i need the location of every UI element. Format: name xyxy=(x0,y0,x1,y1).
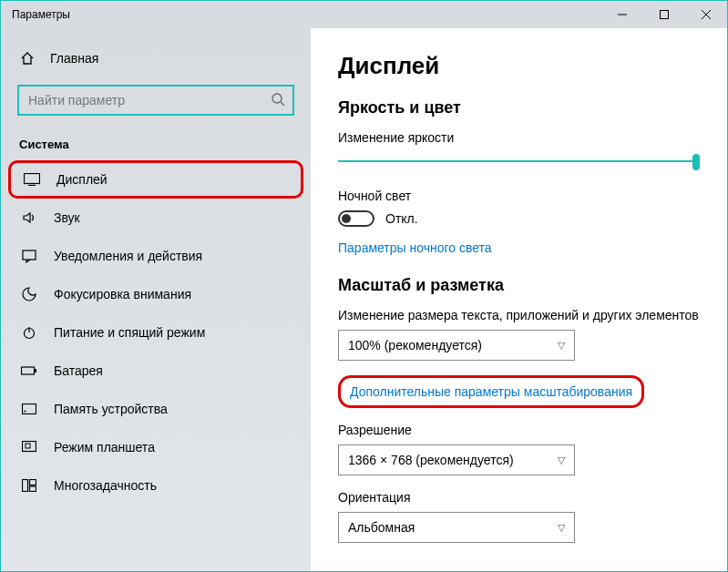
resolution-label: Разрешение xyxy=(338,423,700,437)
display-icon xyxy=(24,171,40,188)
tablet-icon xyxy=(21,439,37,455)
scale-select-value: 100% (рекомендуется) xyxy=(348,338,482,352)
scale-select[interactable]: 100% (рекомендуется) ▽ xyxy=(338,330,575,361)
night-light-toggle[interactable] xyxy=(338,210,374,227)
svg-rect-19 xyxy=(30,486,36,492)
svg-rect-12 xyxy=(35,369,36,373)
chevron-down-icon: ▽ xyxy=(558,340,565,352)
sidebar-item-battery[interactable]: Батарея xyxy=(1,352,311,390)
sidebar-item-label: Питание и спящий режим xyxy=(54,325,205,340)
resolution-select[interactable]: 1366 × 768 (рекомендуется) ▽ xyxy=(338,444,575,475)
power-icon xyxy=(21,324,37,341)
sound-icon xyxy=(21,209,37,226)
svg-rect-15 xyxy=(23,442,36,452)
chevron-down-icon: ▽ xyxy=(558,455,565,466)
advanced-scaling-link[interactable]: Дополнительные параметры масштабирования xyxy=(350,384,632,399)
sidebar-item-label: Память устройства xyxy=(54,402,168,416)
sidebar-item-label: Батарея xyxy=(54,363,103,378)
titlebar: Параметры xyxy=(1,1,727,28)
search-icon xyxy=(271,92,285,107)
app-title: Параметры xyxy=(1,8,70,21)
svg-point-14 xyxy=(25,411,26,413)
section-brightness-title: Яркость и цвет xyxy=(338,98,700,117)
search-input[interactable] xyxy=(17,85,294,116)
sidebar-home-label: Главная xyxy=(50,51,98,66)
focus-icon xyxy=(21,286,37,302)
sidebar-item-storage[interactable]: Память устройства xyxy=(1,390,311,428)
battery-icon xyxy=(21,363,37,379)
maximize-button[interactable] xyxy=(643,1,685,28)
orientation-label: Ориентация xyxy=(338,490,700,505)
brightness-label: Изменение яркости xyxy=(338,130,700,145)
night-light-settings-link[interactable]: Параметры ночного света xyxy=(338,240,492,255)
sidebar-item-label: Режим планшета xyxy=(54,440,155,455)
orientation-select-value: Альбомная xyxy=(348,520,415,535)
night-light-state: Откл. xyxy=(385,211,418,226)
svg-rect-8 xyxy=(23,250,36,260)
content-pane: Дисплей Яркость и цвет Изменение яркости… xyxy=(311,28,727,571)
brightness-slider[interactable] xyxy=(338,152,700,170)
sidebar-item-label: Фокусировка внимания xyxy=(54,287,191,301)
sidebar-item-label: Звук xyxy=(54,210,80,225)
svg-rect-16 xyxy=(26,444,30,448)
sidebar-item-focus[interactable]: Фокусировка внимания xyxy=(1,275,311,313)
sidebar-item-label: Многозадачность xyxy=(54,478,157,493)
sidebar-item-label: Уведомления и действия xyxy=(54,249,202,263)
sidebar-group-title: Система xyxy=(1,134,311,160)
sidebar-item-sound[interactable]: Звук xyxy=(1,199,311,237)
svg-rect-6 xyxy=(25,174,40,184)
svg-rect-17 xyxy=(23,480,28,492)
orientation-select[interactable]: Альбомная ▽ xyxy=(338,512,575,543)
home-icon xyxy=(19,50,36,66)
svg-line-5 xyxy=(281,102,284,106)
notifications-icon xyxy=(21,248,37,264)
page-title: Дисплей xyxy=(338,52,700,80)
slider-thumb[interactable] xyxy=(692,154,700,170)
night-light-heading: Ночной свет xyxy=(338,189,700,203)
sidebar-item-display[interactable]: Дисплей xyxy=(8,160,303,199)
minimize-button[interactable] xyxy=(601,1,643,28)
sidebar-item-multitask[interactable]: Многозадачность xyxy=(1,466,311,505)
storage-icon xyxy=(21,401,37,417)
sidebar-item-notifications[interactable]: Уведомления и действия xyxy=(1,237,311,275)
sidebar-home[interactable]: Главная xyxy=(1,45,311,72)
svg-rect-18 xyxy=(30,480,36,485)
sidebar-item-power[interactable]: Питание и спящий режим xyxy=(1,313,311,352)
sidebar: Главная Система Дисплей Звук xyxy=(1,28,311,571)
scale-label: Изменение размера текста, приложений и д… xyxy=(338,308,700,322)
resolution-select-value: 1366 × 768 (рекомендуется) xyxy=(348,453,514,467)
svg-rect-11 xyxy=(22,367,35,374)
sidebar-item-label: Дисплей xyxy=(56,172,108,187)
svg-point-4 xyxy=(272,94,282,103)
multitask-icon xyxy=(21,477,37,494)
svg-rect-1 xyxy=(661,11,669,19)
svg-rect-13 xyxy=(23,404,36,414)
chevron-down-icon: ▽ xyxy=(558,522,565,534)
sidebar-item-tablet[interactable]: Режим планшета xyxy=(1,428,311,466)
close-button[interactable] xyxy=(685,1,727,28)
section-scale-title: Масштаб и разметка xyxy=(338,276,700,295)
